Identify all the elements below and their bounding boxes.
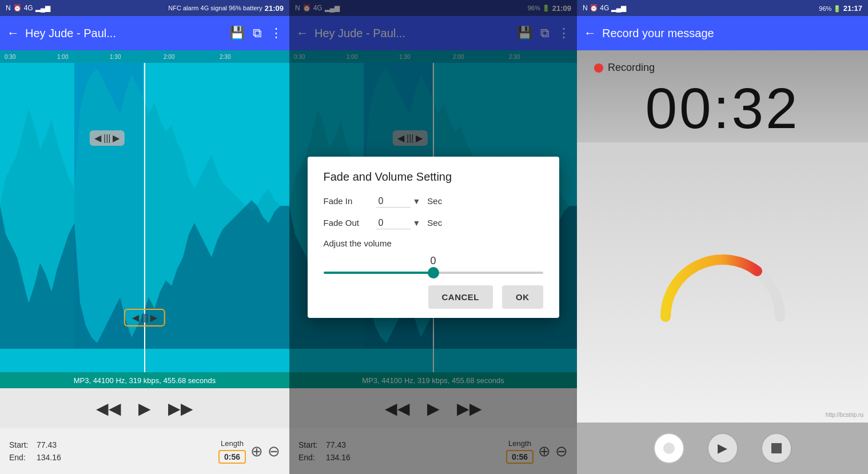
- recording-body: Recording 00:32 http://bc: [577, 50, 868, 423]
- signal-bars-3: ▂▄▆: [611, 4, 627, 12]
- adjust-volume-label: Adjust the volume: [324, 238, 543, 248]
- trim-handle-top-1[interactable]: ◀ ||| ▶: [90, 130, 124, 146]
- volume-value: 0: [324, 255, 543, 267]
- tl-2-00: 2:00: [164, 54, 174, 60]
- fade-out-arrow: ▼: [413, 218, 421, 228]
- copy-button-1[interactable]: ⧉: [253, 26, 262, 41]
- signal-4g: 4G: [24, 4, 33, 12]
- recording-controls: ▶: [577, 423, 868, 474]
- rec-app-title: Record your message: [602, 27, 714, 40]
- tl-2-30: 2:30: [220, 54, 230, 60]
- play-button-1[interactable]: ▶: [138, 399, 151, 418]
- app-bar-1: ← Hey Jude - Paul... 💾 ⧉ ⋮: [0, 16, 289, 50]
- record-circle-icon: [663, 443, 675, 454]
- waveform-area-1[interactable]: 0:30 1:00 1:30 2:00 2:30 // We'll use in…: [0, 50, 289, 372]
- play-icon-3: ▶: [718, 441, 727, 456]
- trim-lines-bot: |||: [141, 313, 148, 323]
- fade-volume-dialog: Fade and Volume Setting Fade In 01235 ▼ …: [308, 157, 559, 318]
- panel-3: N ⏰ 4G ▂▄▆ 96% 🔋 21:17 ← Record your mes…: [577, 0, 868, 474]
- time-1: 21:09: [265, 4, 284, 13]
- trim-box-bottom-1[interactable]: ◀ ||| ▶: [124, 309, 165, 326]
- recording-dot: [594, 63, 603, 73]
- rec-app-bar: ← Record your message: [577, 16, 868, 50]
- status-right-1: NFC alarm 4G signal 96% battery 21:09: [168, 4, 284, 13]
- fade-out-select[interactable]: 01235: [376, 217, 411, 229]
- info-bar-1: MP3, 44100 Hz, 319 kbps, 455.68 seconds: [0, 372, 289, 388]
- record-button[interactable]: [654, 433, 684, 464]
- time-3: 21:17: [843, 4, 862, 13]
- trim-left-arrow-bot: ◀: [132, 312, 139, 323]
- ok-button[interactable]: OK: [502, 285, 543, 309]
- stop-button[interactable]: [761, 433, 792, 464]
- bottom-controls-1: Start: 77.43 End: 134.16 Length 0:56 ⊕ ⊖: [0, 428, 289, 474]
- zoom-btns-1: ⊕ ⊖: [250, 443, 280, 460]
- app-title-1: Hey Jude - Paul...: [25, 27, 224, 40]
- fade-out-label: Fade Out: [324, 218, 369, 228]
- length-value-1: 0:56: [218, 450, 246, 464]
- recording-timer: 00:32: [645, 79, 799, 137]
- vu-meter-area: http://bcstrip.ru: [577, 142, 868, 423]
- fade-in-unit: Sec: [427, 196, 442, 206]
- length-label-1: Length: [221, 439, 244, 448]
- length-group-1: Length 0:56: [218, 439, 246, 464]
- nfc-icon-3: N: [583, 4, 588, 12]
- status-bar-3: N ⏰ 4G ▂▄▆ 96% 🔋 21:17: [577, 0, 868, 16]
- start-value-1: 77.43: [37, 440, 65, 449]
- tl-1-30: 1:30: [110, 54, 121, 60]
- fade-out-row: Fade Out 01235 ▼ Sec: [324, 217, 543, 229]
- tl-1-00: 1:00: [57, 54, 68, 60]
- start-label-1: Start:: [9, 440, 32, 449]
- fade-in-row: Fade In 01235 ▼ Sec: [324, 195, 543, 208]
- zoom-out-button-1[interactable]: ⊖: [268, 443, 280, 460]
- dialog-title: Fade and Volume Setting: [324, 170, 543, 184]
- status-right-3: 96% 🔋 21:17: [819, 4, 862, 13]
- status-bar-1: N ⏰ 4G ▂▄▆ NFC alarm 4G signal 96% batte…: [0, 0, 289, 16]
- start-row-1: Start: 77.43: [9, 440, 218, 449]
- trim-handle-bottom-1[interactable]: ◀ ||| ▶: [124, 309, 165, 326]
- recording-indicator: Recording: [594, 62, 655, 74]
- info-text-1: MP3, 44100 Hz, 319 kbps, 455.68 seconds: [74, 376, 216, 385]
- back-button-1[interactable]: ←: [7, 26, 19, 41]
- signal-4g-3: 4G: [600, 4, 609, 12]
- end-row-1: End: 134.16: [9, 453, 218, 462]
- trim-box-top-1[interactable]: ◀ ||| ▶: [90, 130, 124, 146]
- dialog-overlay: Fade and Volume Setting Fade In 01235 ▼ …: [289, 0, 577, 474]
- timeline-1: 0:30 1:00 1:30 2:00 2:30: [0, 50, 289, 63]
- volume-slider[interactable]: [324, 272, 543, 274]
- save-button-1[interactable]: 💾: [229, 26, 245, 41]
- menu-button-1[interactable]: ⋮: [270, 26, 282, 41]
- forward-button-1[interactable]: ▶▶: [168, 399, 193, 418]
- dialog-actions: CANCEL OK: [324, 285, 543, 309]
- recording-label: Recording: [608, 62, 655, 74]
- alarm-icon: ⏰: [13, 4, 22, 12]
- status-left-1: N ⏰ 4G ▂▄▆: [6, 4, 50, 12]
- back-button-3[interactable]: ←: [584, 26, 596, 41]
- end-label-1: End:: [9, 453, 32, 462]
- stop-icon: [771, 443, 782, 453]
- signal-bars: ▂▄▆: [35, 4, 51, 12]
- alarm-icon-3: ⏰: [590, 4, 598, 12]
- fade-out-unit: Sec: [427, 218, 442, 228]
- fade-in-arrow: ▼: [413, 197, 421, 206]
- trim-right-arrow-bot: ▶: [150, 312, 157, 323]
- watermark: http://bcstrip.ru: [826, 412, 863, 418]
- fade-in-label: Fade In: [324, 196, 369, 206]
- rewind-button-1[interactable]: ◀◀: [96, 399, 121, 418]
- fade-in-select[interactable]: 01235: [376, 195, 411, 208]
- trim-lines-top: |||: [103, 133, 110, 144]
- vu-meter-svg: [643, 237, 803, 328]
- play-button-3[interactable]: ▶: [707, 433, 738, 464]
- panel-1: N ⏰ 4G ▂▄▆ NFC alarm 4G signal 96% batte…: [0, 0, 289, 474]
- cancel-button[interactable]: CANCEL: [428, 285, 493, 309]
- nfc-icon: N: [6, 4, 11, 12]
- status-left-3: N ⏰ 4G ▂▄▆: [583, 4, 626, 12]
- tl-0-30: 0:30: [5, 54, 15, 60]
- trim-right-arrow-top: ▶: [113, 133, 120, 144]
- end-value-1: 134.16: [37, 453, 65, 462]
- trim-left-arrow-top: ◀: [94, 133, 101, 144]
- transport-bar-1: ◀◀ ▶ ▶▶: [0, 388, 289, 428]
- battery-pct-3: 96% 🔋: [819, 5, 841, 12]
- field-group-1: Start: 77.43 End: 134.16: [9, 440, 218, 462]
- battery-pct-1: NFC alarm 4G signal 96% battery: [168, 5, 262, 11]
- zoom-in-button-1[interactable]: ⊕: [250, 443, 263, 460]
